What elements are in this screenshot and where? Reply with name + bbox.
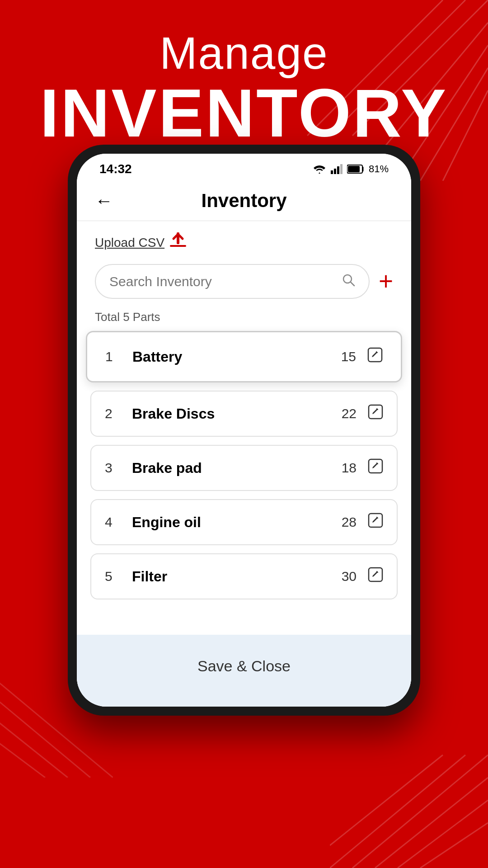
status-time: 14:32 xyxy=(99,162,132,176)
back-button[interactable]: ← xyxy=(95,191,113,211)
total-parts: Total 5 Parts xyxy=(77,308,411,333)
svg-line-10 xyxy=(420,823,488,868)
status-bar: 14:32 xyxy=(77,154,411,181)
top-nav: ← Inventory xyxy=(77,181,411,221)
item-name-2: Brake Discs xyxy=(132,406,342,422)
search-input[interactable] xyxy=(109,274,342,289)
item-count-4: 28 xyxy=(342,514,357,530)
item-number-4: 4 xyxy=(105,514,132,530)
inventory-list: 1 Battery 15 2 xyxy=(77,331,411,599)
item-number-2: 2 xyxy=(105,406,132,421)
svg-line-15 xyxy=(0,710,45,778)
edit-icon-3[interactable] xyxy=(368,458,383,477)
inventory-item-5[interactable]: 5 Filter 30 xyxy=(90,553,398,599)
upload-section: Upload CSV xyxy=(77,221,411,264)
item-name-5: Filter xyxy=(132,568,342,585)
edit-icon-2[interactable] xyxy=(368,404,383,423)
nav-title: Inventory xyxy=(201,190,286,212)
svg-line-14 xyxy=(0,687,68,778)
battery-percent: 81% xyxy=(369,163,389,175)
phone-mockup: 14:32 xyxy=(68,145,420,716)
wifi-icon xyxy=(313,164,326,174)
phone-outer: 14:32 xyxy=(68,145,420,716)
inventory-item-3[interactable]: 3 Brake pad 18 xyxy=(90,445,398,491)
battery-icon xyxy=(347,164,364,174)
app-content: ← Inventory Upload CSV xyxy=(77,181,411,707)
svg-rect-19 xyxy=(337,166,339,174)
item-count-1: 15 xyxy=(341,349,356,364)
edit-icon-4[interactable] xyxy=(368,513,383,532)
edit-icon-1[interactable] xyxy=(367,347,383,366)
inventory-item-2[interactable]: 2 Brake Discs 22 xyxy=(90,391,398,437)
upload-icon[interactable] xyxy=(170,232,186,253)
signal-icon xyxy=(331,164,343,174)
header-section: Manage INVENTORY xyxy=(0,27,488,147)
item-name-3: Brake pad xyxy=(132,460,342,476)
svg-line-12 xyxy=(330,755,443,845)
svg-line-8 xyxy=(375,778,488,868)
manage-label: Manage xyxy=(0,27,488,79)
inventory-item-1[interactable]: 1 Battery 15 xyxy=(86,331,402,382)
save-close-section: Save & Close xyxy=(77,635,411,707)
svg-rect-17 xyxy=(331,170,333,174)
inventory-big-label: INVENTORY xyxy=(0,79,488,147)
item-number-5: 5 xyxy=(105,569,132,584)
search-icon xyxy=(342,273,355,290)
inventory-item-4[interactable]: 4 Engine oil 28 xyxy=(90,499,398,545)
search-bar[interactable] xyxy=(95,264,370,299)
item-name-4: Engine oil xyxy=(132,514,342,531)
item-count-3: 18 xyxy=(342,460,357,476)
item-count-2: 22 xyxy=(342,406,357,421)
item-number-1: 1 xyxy=(105,349,132,364)
svg-rect-18 xyxy=(334,169,336,174)
edit-icon-5[interactable] xyxy=(368,567,383,586)
status-icons: 81% xyxy=(313,163,389,175)
svg-line-9 xyxy=(398,800,488,868)
item-name-1: Battery xyxy=(132,349,341,365)
svg-rect-22 xyxy=(348,166,360,172)
search-section: + xyxy=(77,264,411,308)
svg-rect-23 xyxy=(170,245,186,247)
add-button[interactable]: + xyxy=(379,269,393,294)
phone-inner: 14:32 xyxy=(77,154,411,707)
save-close-button[interactable]: Save & Close xyxy=(95,644,393,689)
item-count-5: 30 xyxy=(342,569,357,584)
svg-rect-20 xyxy=(340,164,343,174)
svg-line-26 xyxy=(351,282,354,286)
upload-csv-link[interactable]: Upload CSV xyxy=(95,236,164,250)
spacer xyxy=(77,608,411,635)
item-number-3: 3 xyxy=(105,460,132,476)
